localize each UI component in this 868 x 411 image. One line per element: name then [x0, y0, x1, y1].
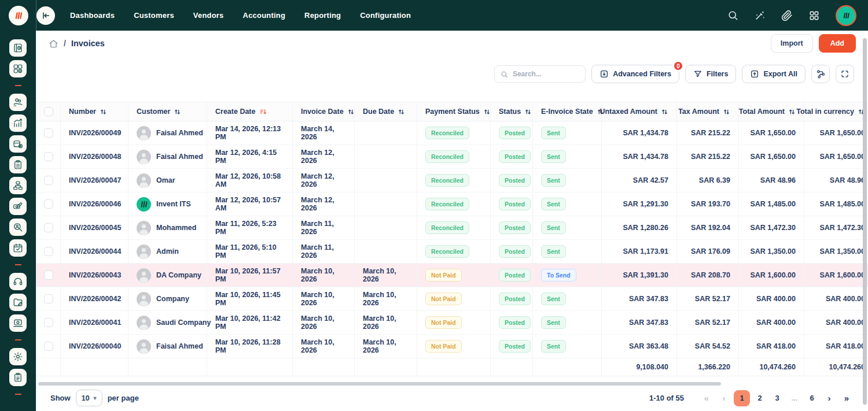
sidebar-button-journal-clock[interactable]: [9, 39, 27, 57]
column-header-invoice-date[interactable]: Invoice Date: [293, 102, 355, 121]
sort-icon: [483, 108, 491, 116]
sidebar-button-hand-coins[interactable]: [9, 94, 27, 111]
search-input[interactable]: [513, 70, 579, 78]
sidebar-button-gear[interactable]: [9, 348, 27, 365]
page-button-2[interactable]: 2: [752, 390, 767, 406]
row-checkbox[interactable]: [44, 294, 53, 303]
table-row[interactable]: INV/2026/00044AdminMar 11, 2026, 5:10 PM…: [36, 240, 868, 264]
advanced-filters-button[interactable]: Advanced Filters 0: [591, 65, 679, 83]
nav-item-reporting[interactable]: Reporting: [304, 11, 341, 20]
sidebar-button-headset[interactable]: [9, 273, 27, 290]
import-button[interactable]: Import: [771, 34, 813, 53]
folder-edit-icon: [13, 297, 23, 308]
column-header-tax-amount[interactable]: Tax Amount: [677, 102, 739, 121]
nav-item-accounting[interactable]: Accounting: [243, 11, 286, 20]
sidebar-button-clipboard-calculator[interactable]: [9, 156, 27, 173]
row-checkbox[interactable]: [44, 223, 53, 232]
paperclip-icon[interactable]: [781, 10, 793, 21]
table-row[interactable]: INV/2026/00048Faisal AhmedMar 12, 2026, …: [36, 145, 868, 169]
row-checkbox-cell: [36, 311, 61, 334]
filters-button[interactable]: Filters: [685, 65, 737, 83]
column-header-e-invoice-state[interactable]: E-Invoice State: [533, 102, 602, 121]
row-checkbox[interactable]: [44, 342, 53, 351]
sidebar-button-org-chart[interactable]: [9, 177, 27, 194]
table-row[interactable]: INV/2026/00045MohammedMar 11, 2026, 5:23…: [36, 216, 868, 240]
row-checkbox[interactable]: [44, 176, 53, 185]
nav-item-vendors[interactable]: Vendors: [193, 11, 224, 20]
column-header-due-date[interactable]: Due Date: [355, 102, 417, 121]
last-page-button[interactable]: »: [839, 390, 854, 406]
table-row[interactable]: INV/2026/00041Saudi CompanyMar 10, 2026,…: [36, 311, 868, 335]
create-date-cell: Mar 12, 2026, 4:15 PM: [207, 145, 293, 168]
table-row[interactable]: INV/2026/00046Invent ITSMar 12, 2026, 10…: [36, 192, 868, 216]
table-row[interactable]: INV/2026/00043DA CompanyMar 10, 2026, 11…: [36, 264, 868, 287]
sidebar: [0, 31, 36, 411]
create-date-cell: Mar 11, 2026, 5:23 PM: [207, 216, 293, 239]
first-page-button[interactable]: «: [699, 390, 714, 406]
row-checkbox[interactable]: [44, 199, 53, 209]
column-header-total-amount[interactable]: Total Amount: [739, 102, 804, 121]
sidebar-button-clipboard-list[interactable]: [9, 369, 27, 386]
export-all-button[interactable]: Export All: [742, 65, 806, 83]
user-avatar[interactable]: [836, 5, 856, 26]
nav-item-configuration[interactable]: Configuration: [360, 11, 411, 20]
magic-wand-icon[interactable]: [754, 10, 766, 21]
apps-grid-icon[interactable]: [808, 10, 820, 21]
status-cell: Posted: [491, 216, 533, 239]
status-cell: Posted: [491, 121, 533, 145]
sidebar-button-calendar-check[interactable]: [9, 239, 27, 257]
row-checkbox[interactable]: [44, 152, 53, 161]
row-checkbox[interactable]: [44, 318, 53, 327]
invoice-number-cell: INV/2026/00042: [61, 287, 128, 310]
home-icon[interactable]: [49, 39, 58, 49]
prev-page-button[interactable]: ‹: [716, 390, 731, 406]
sidebar-button-growth-chart[interactable]: [9, 114, 27, 132]
select-all-checkbox[interactable]: [44, 107, 53, 116]
column-header-status[interactable]: Status: [491, 102, 533, 121]
create-date-cell: Mar 11, 2026, 5:10 PM: [207, 240, 293, 263]
column-label: Total Amount: [739, 108, 785, 116]
page-button-1[interactable]: 1: [734, 390, 750, 406]
column-header-number[interactable]: Number: [61, 102, 128, 121]
app-logo[interactable]: [9, 6, 28, 25]
untaxed-amount-cell: SAR 347.83: [602, 287, 677, 310]
row-checkbox[interactable]: [44, 271, 53, 280]
sidebar-button-folder-edit[interactable]: [9, 294, 27, 311]
page-button-3[interactable]: 3: [770, 390, 785, 406]
sidebar-button-person-search[interactable]: [9, 219, 27, 236]
table-row[interactable]: INV/2026/00047OmarMar 12, 2026, 10:58 AM…: [36, 169, 868, 192]
search-box[interactable]: [494, 65, 586, 83]
add-button[interactable]: Add: [819, 34, 856, 53]
column-header-payment-status[interactable]: Payment Status: [417, 102, 491, 121]
next-page-button[interactable]: ›: [822, 390, 837, 406]
column-header-untaxed-amount[interactable]: Untaxed Amount: [602, 102, 677, 121]
table-row[interactable]: INV/2026/00042CompanyMar 10, 2026, 11:45…: [36, 287, 868, 311]
growth-chart-icon: [13, 118, 23, 128]
invoice-date-cell: March 14, 2026: [293, 121, 355, 145]
sidebar-button-box-add[interactable]: [9, 135, 27, 153]
page-button-6[interactable]: 6: [804, 390, 819, 406]
einvoice-state-badge: To Send: [541, 269, 576, 282]
horizontal-scrollbar[interactable]: [38, 382, 721, 386]
column-header-total-in-currency[interactable]: Total in currency: [804, 102, 868, 121]
sidebar-collapse-button[interactable]: [36, 6, 55, 25]
search-icon[interactable]: [727, 10, 738, 21]
sidebar-button-money-pen[interactable]: [9, 198, 27, 215]
nav-item-dashboards[interactable]: Dashboards: [70, 11, 115, 20]
per-page-select[interactable]: 10 ▾: [76, 390, 102, 406]
column-header-customer[interactable]: Customer: [128, 102, 207, 121]
sidebar-button-calculator-apps[interactable]: [9, 60, 27, 77]
nav-item-customers[interactable]: Customers: [134, 11, 174, 20]
fullscreen-button[interactable]: [836, 65, 854, 83]
table-row[interactable]: INV/2026/00049Faisal AhmedMar 14, 2026, …: [36, 121, 868, 145]
tax-amount-cell: SAR 192.04: [677, 216, 739, 239]
table-row[interactable]: INV/2026/00040Faisal AhmedMar 10, 2026, …: [36, 335, 868, 358]
status-cell: Posted: [491, 335, 533, 358]
column-header-create-date[interactable]: Create Date: [207, 102, 293, 121]
row-checkbox[interactable]: [44, 247, 53, 256]
due-date-cell: March 10, 2026: [355, 335, 417, 358]
sidebar-button-laptop[interactable]: [9, 314, 27, 332]
column-settings-button[interactable]: [811, 65, 830, 83]
vertical-scrollbar[interactable]: [863, 38, 867, 405]
row-checkbox[interactable]: [44, 128, 53, 138]
